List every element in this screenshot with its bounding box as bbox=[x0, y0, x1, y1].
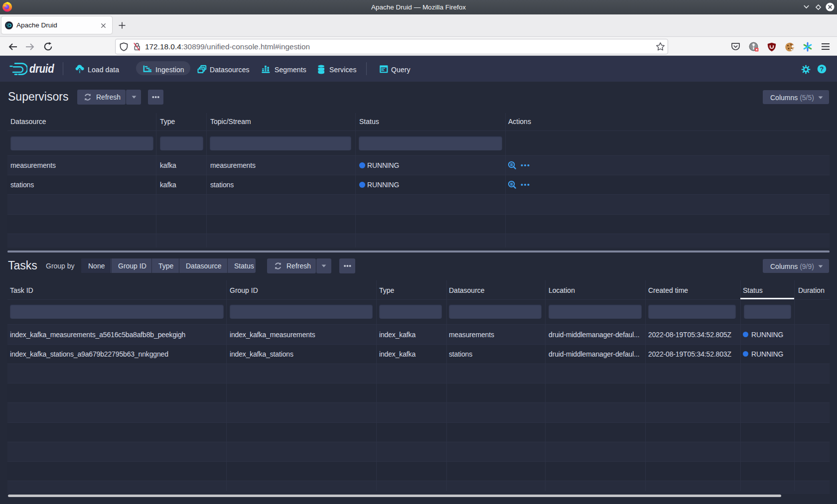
svg-text:?: ? bbox=[820, 65, 824, 73]
